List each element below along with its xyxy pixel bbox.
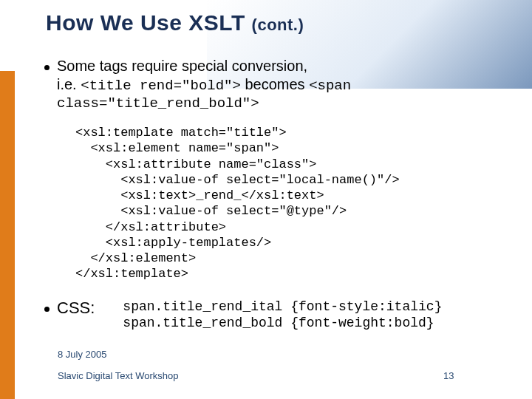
slide-body: Some tags require special conversion, i.… <box>44 58 510 332</box>
sub-mid: becomes <box>241 76 309 92</box>
bullet-2: CSS: span.title_rend_ital {font-style:it… <box>44 299 510 332</box>
title-cont: (cont.) <box>252 16 304 34</box>
footer-page-number: 13 <box>443 370 502 381</box>
footer-date: 8 July 2005 <box>58 349 502 360</box>
bullet-dot-icon <box>44 307 50 312</box>
code-inline-1: <title rend="bold"> <box>81 78 241 94</box>
xslt-code-block: <xsl:template match="title"> <xsl:elemen… <box>75 125 510 282</box>
left-accent-bar <box>0 71 15 399</box>
slide: How We Use XSLT (cont.) Some tags requir… <box>0 0 532 399</box>
slide-footer: 8 July 2005 Slavic Digital Text Workshop… <box>58 349 502 381</box>
slide-title: How We Use XSLT (cont.) <box>46 10 304 35</box>
css-label: CSS: <box>57 299 95 332</box>
bullet-1-sub: i.e. <title rend="bold"> becomes <span c… <box>57 76 510 112</box>
title-main: How We Use XSLT <box>46 10 252 35</box>
footer-source: Slavic Digital Text Workshop <box>58 370 443 381</box>
bullet-dot-icon <box>44 65 50 70</box>
sub-pre: i.e. <box>57 76 81 92</box>
css-code-block: span.title_rend_ital {font-style:italic}… <box>123 299 442 332</box>
bullet-1-text: Some tags require special conversion, <box>57 58 307 75</box>
bullet-1: Some tags require special conversion, i.… <box>44 58 510 112</box>
